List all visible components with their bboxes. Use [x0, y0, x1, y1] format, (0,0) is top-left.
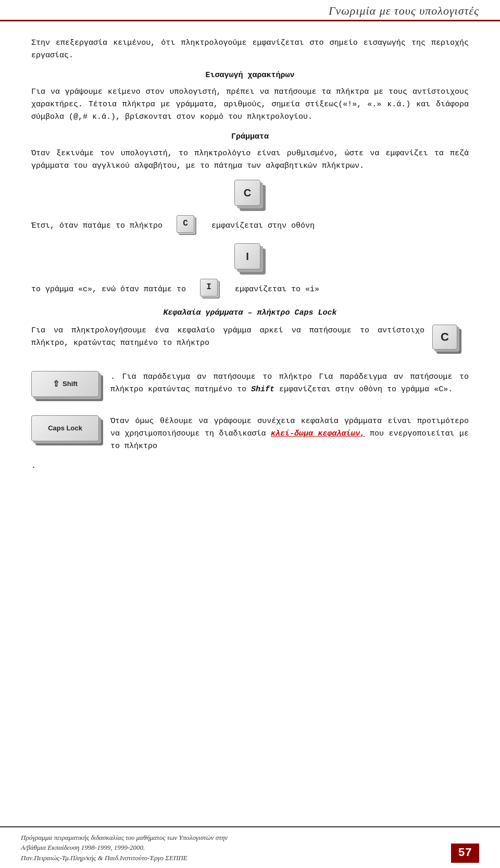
key-capslock-label: Caps Lock: [31, 415, 99, 441]
section3-paragraph1: Για να πληκτρολογήσουμε ένα κεφαλαίο γρά…: [31, 325, 469, 350]
section2-title: Γράμματα: [31, 131, 469, 143]
footer-line2: Α/βάθμια Εκπαίδευση 1998-1999, 1999-2000…: [21, 842, 228, 853]
shift-word: Shift: [251, 385, 274, 394]
section2-paragraph: Όταν ξεκινάμε τον υπολογιστή, το πληκτρο…: [31, 147, 469, 172]
key-c-visual: C: [234, 180, 266, 211]
key-i-body: I: [234, 243, 260, 269]
main-content: Στην επεξεργασία κειμένου, ότι πληκτρολο…: [0, 21, 500, 495]
key-i-center-wrap: I: [31, 243, 469, 275]
section3-title: Κεφαλαία γράμματα – πλήκτρο Caps Lock: [31, 307, 469, 319]
section3-p1-text: Για να πληκτρολογήσουμε ένα κεφαλαίο γρά…: [31, 326, 424, 348]
key-c-inline: C: [177, 215, 197, 236]
page-header: Γνωριμία με τους υπολογιστές: [0, 0, 500, 21]
text-c-line: Έτσι, όταν πατάμε το πλήκτρο C εμφανίζετ…: [31, 215, 469, 236]
capslock-block: Caps Lock Όταν όμως θέλουμε να γράφουμε …: [31, 415, 469, 480]
key-shift-float-left: ⇧ Shift: [31, 371, 104, 407]
key-c-center-wrap: C: [31, 180, 469, 211]
key-c-body: C: [234, 180, 260, 206]
section3-shift-block: ⇧ Shift . Για παράδειγμα αν πατήσουμε το…: [31, 371, 469, 410]
footer-line3: Παν.Πειραιώς-Τμ.Πληρ/κής & Παιδ.Ινστιτού…: [21, 853, 228, 863]
text-i-before: το γράμμα «c», ενώ όταν πατάμε το: [31, 285, 186, 294]
section3-p2: . Για παράδειγμα αν πατήσουμε το πλήκτρο: [110, 373, 312, 381]
text-c-after: εμφανίζεται στην οθόνη: [211, 221, 315, 230]
section1-paragraph: Για να γράψουμε κείμενο στον υπολογιστή,…: [31, 86, 469, 123]
section3-p4: εμφανίζεται στην οθόνη το γράμμα «C».: [279, 385, 453, 394]
intro-paragraph: Στην επεξεργασία κειμένου, ότι πληκτρολο…: [31, 37, 469, 62]
key-capslock-float-left: Caps Lock: [31, 415, 104, 451]
key-i-inline: I: [200, 279, 221, 300]
kleidoma-text: κλεί-δωμα κεφαλαίων,: [271, 429, 365, 438]
page-footer: Πρόγραμμα πειραματικής διδασκαλίας του μ…: [0, 826, 500, 869]
period-text: .: [31, 460, 469, 473]
section1-title: Εισαγωγή χαρακτήρων: [31, 69, 469, 82]
page-number: 57: [451, 844, 479, 863]
key-i-visual: I: [234, 243, 266, 275]
key-shift-label: Shift: [63, 379, 78, 390]
key-c-float-right: C: [432, 325, 464, 361]
text-c-before: Έτσι, όταν πατάμε το πλήκτρο: [31, 221, 162, 230]
section3-para1-block: C Για να πληκτρολογήσουμε ένα κεφαλαίο γ…: [31, 325, 469, 366]
text-i-after: εμφανίζεται το «i»: [235, 285, 319, 294]
text-i-line: το γράμμα «c», ενώ όταν πατάμε το I εμφα…: [31, 279, 469, 300]
header-title: Γνωριμία με τους υπολογιστές: [329, 4, 479, 18]
footer-line1: Πρόγραμμα πειραματικής διδασκαλίας του μ…: [21, 833, 228, 843]
footer-text-block: Πρόγραμμα πειραματικής διδασκαλίας του μ…: [21, 833, 228, 863]
